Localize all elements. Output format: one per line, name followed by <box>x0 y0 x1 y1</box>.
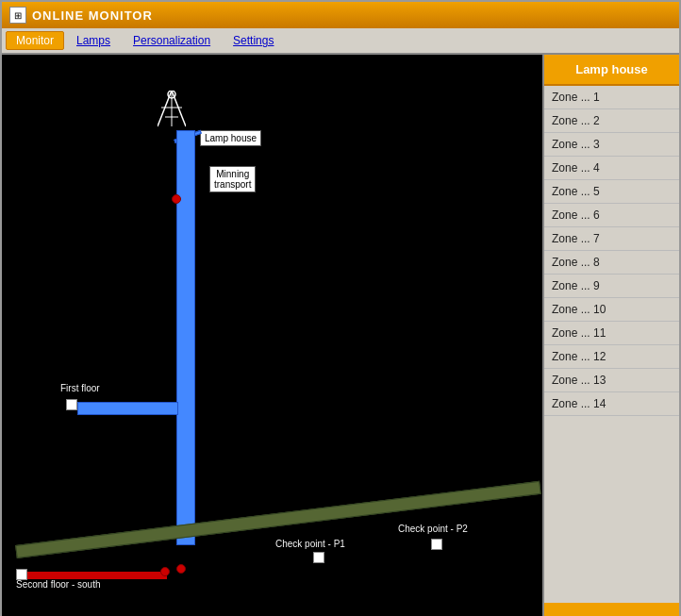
right-panel-footer <box>544 603 679 616</box>
zone-item-3[interactable]: Zone ... 3 <box>544 133 679 157</box>
zone-item-5[interactable]: Zone ... 5 <box>544 180 679 204</box>
nav-bar: Monitor Lamps Personalization Settings <box>2 28 679 55</box>
tab-settings[interactable]: Settings <box>223 31 284 50</box>
zone-item-9[interactable]: Zone ... 9 <box>544 275 679 298</box>
monitor-canvas: Lamp house Minning transport First floor <box>2 55 542 616</box>
zone-item-4[interactable]: Zone ... 4 <box>544 157 679 180</box>
label-first-floor: First floor <box>60 383 100 393</box>
zone-item-11[interactable]: Zone ... 11 <box>544 322 679 345</box>
tab-lamps[interactable]: Lamps <box>66 31 121 50</box>
zone-item-12[interactable]: Zone ... 12 <box>544 345 679 369</box>
zone-list: Zone ... 1Zone ... 2Zone ... 3Zone ... 4… <box>544 86 679 603</box>
zone-item-13[interactable]: Zone ... 13 <box>544 369 679 392</box>
white-square-checkpoint-p1 <box>313 552 324 563</box>
zone-item-2[interactable]: Zone ... 2 <box>544 109 679 133</box>
shaft-horizontal-left <box>77 402 178 415</box>
app-title: ONLINE MONITOR <box>32 8 153 23</box>
red-dot-top <box>172 194 181 204</box>
white-square-first-floor <box>66 399 77 410</box>
app-container: ⊞ ONLINE MONITOR Monitor Lamps Personali… <box>0 0 681 616</box>
tab-monitor[interactable]: Monitor <box>6 31 64 50</box>
title-bar-icon: ⊞ <box>9 7 26 24</box>
label-minning-transport: Minning transport <box>209 166 256 192</box>
tower-symbol <box>158 91 186 133</box>
red-dot-second-floor-1 <box>160 567 170 576</box>
svg-line-1 <box>172 91 186 126</box>
zone-item-10[interactable]: Zone ... 10 <box>544 298 679 322</box>
zone-item-1[interactable]: Zone ... 1 <box>544 86 679 109</box>
red-dot-second-floor-2 <box>176 564 186 574</box>
label-lamp-house: Lamp house <box>200 130 261 146</box>
main-shaft-vertical <box>176 130 195 545</box>
main-area: Lamp house Minning transport First floor <box>2 55 679 616</box>
title-bar: ⊞ ONLINE MONITOR <box>2 2 679 28</box>
label-checkpoint-p1: Check point - P1 <box>275 539 345 549</box>
right-panel: Lamp house Zone ... 1Zone ... 2Zone ... … <box>542 55 679 616</box>
zone-item-7[interactable]: Zone ... 7 <box>544 227 679 251</box>
red-bar-second-floor <box>16 572 167 579</box>
zone-item-8[interactable]: Zone ... 8 <box>544 251 679 275</box>
right-panel-header: Lamp house <box>544 55 679 86</box>
label-checkpoint-p2: Check point - P2 <box>398 524 468 534</box>
white-square-checkpoint-p2 <box>431 539 442 550</box>
tab-personalization[interactable]: Personalization <box>123 31 221 50</box>
zone-item-14[interactable]: Zone ... 14 <box>544 392 679 416</box>
svg-line-0 <box>158 91 172 126</box>
label-second-floor-south: Second floor - south <box>16 579 101 590</box>
zone-item-6[interactable]: Zone ... 6 <box>544 204 679 227</box>
